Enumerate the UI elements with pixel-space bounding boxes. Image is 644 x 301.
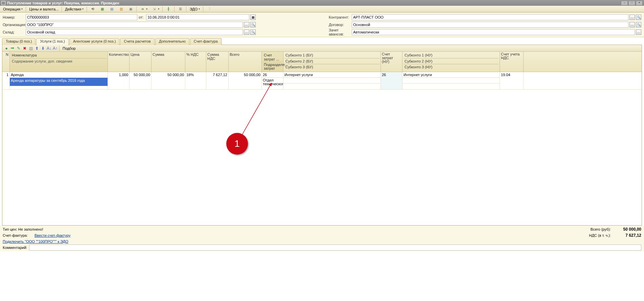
post-icon: ➜ — [140, 6, 145, 12]
delete-row-button[interactable]: ✖ — [22, 46, 27, 51]
counterparty-input[interactable]: АРТ-ПЛАСТ ООО — [352, 14, 628, 20]
help-button[interactable]: ❔ — [205, 6, 213, 12]
advances-input[interactable]: Автоматически — [352, 29, 635, 35]
tb-icon-1[interactable]: ⟲ — [88, 6, 97, 12]
maximize-button[interactable]: □ — [628, 1, 635, 5]
tab-services[interactable]: Услуги (1 поз.) — [36, 38, 68, 45]
col-vat[interactable]: % НДС — [185, 52, 206, 72]
document-icon: ▦ — [99, 6, 105, 12]
tb-icon-6[interactable]: ➜ — [138, 6, 149, 12]
report-icon: ▥ — [118, 6, 124, 12]
advances-select-button[interactable]: … — [636, 29, 641, 35]
col-qty[interactable]: Количество — [108, 52, 130, 72]
tab-additional[interactable]: Дополнительно — [155, 38, 189, 45]
magnifier-icon: 🔍 — [251, 23, 255, 26]
warehouse-select-button[interactable]: … — [244, 29, 249, 35]
col-n[interactable]: N — [2, 52, 10, 72]
cell-vatacct: 19.04 — [500, 72, 524, 89]
contract-open-button[interactable]: 🔍 — [636, 22, 641, 27]
org-input[interactable]: ООО "100ПРО" — [26, 22, 243, 28]
org-open-button[interactable]: 🔍 — [250, 22, 256, 27]
warehouse-open-button[interactable]: 🔍 — [250, 29, 256, 35]
date-input[interactable]: 10.06.2018 0:00:01 — [146, 14, 249, 20]
tb-icon-5[interactable]: ▣ — [126, 6, 135, 12]
add-row-button[interactable]: ● — [4, 46, 9, 51]
tb-icon-9[interactable]: ☰ — [176, 6, 185, 12]
edit-row-button[interactable]: ✎ — [16, 46, 21, 51]
close-button[interactable]: × — [636, 1, 643, 5]
tab-content: ● ⮕ ✎ ✖ ▤ ⬆ ⬇ A↓ A↑ Подбор N Номенклатур… — [2, 45, 642, 226]
tb-icon-2[interactable]: ▦ — [98, 6, 107, 12]
calendar-icon: ▦ — [252, 16, 255, 19]
sort-asc-button[interactable]: A↓ — [46, 46, 52, 51]
cell-sum: 50 000,00 — [152, 72, 185, 89]
col-sum[interactable]: Сумма — [152, 52, 185, 72]
tab-agent[interactable]: Агентские услуги (0 поз.) — [69, 38, 119, 45]
help-icon: ❔ — [206, 6, 212, 12]
tab-goods[interactable]: Товары (0 поз.) — [2, 38, 36, 45]
actions-menu[interactable]: Действия — [63, 6, 85, 12]
col-vatacct[interactable]: Счет учета НДС — [500, 52, 524, 72]
annotation-number: 1 — [226, 133, 248, 155]
total-label: Всего (руб): — [591, 227, 611, 231]
contract-input[interactable]: Основной — [352, 22, 628, 28]
sort-desc-button[interactable]: A↑ — [52, 46, 58, 51]
comment-input[interactable] — [29, 245, 641, 251]
prices-button[interactable]: Цены и валюта... — [27, 6, 60, 12]
magnifier-icon: 🔍 — [637, 23, 641, 26]
counterparty-label: Контрагент: — [329, 15, 350, 19]
date-picker-button[interactable]: ▦ — [250, 15, 256, 20]
edo-menu[interactable]: ЭДО — [188, 6, 202, 12]
col-cost[interactable]: Счет затрат ... Подразделе... затрат — [262, 52, 283, 72]
tab-accounts[interactable]: Счета расчетов — [120, 38, 154, 45]
grid-toolbar: ● ⮕ ✎ ✖ ▤ ⬆ ⬇ A↓ A↑ Подбор — [2, 45, 642, 52]
selection-button[interactable]: Подбор — [61, 45, 77, 51]
grid-body[interactable]: 1 Аренда Аренда аппаратуры за сентябрь 2… — [2, 72, 642, 225]
minimize-button[interactable]: – — [621, 1, 628, 5]
tb-icon-3[interactable]: ▤ — [107, 6, 116, 12]
org-select-button[interactable]: … — [244, 22, 249, 27]
counterparty-open-button[interactable]: 🔍 — [636, 15, 641, 20]
tab-strip: Товары (0 поз.) Услуги (1 поз.) Агентски… — [2, 38, 642, 45]
warehouse-input[interactable]: Основной склад — [26, 29, 243, 35]
cell-vatsum: 7 627,12 — [206, 72, 229, 89]
invoice-link[interactable]: Ввести счет-фактуру — [34, 233, 71, 237]
grid-header: N Номенклатура Содержание услуги, доп. с… — [2, 52, 642, 72]
col-sub[interactable]: Субконто 1 (БУ) Субконто 2 (БУ) Субконто… — [283, 52, 381, 72]
cell-sub: Интернет услуги — [283, 72, 381, 89]
tb-icon-8[interactable]: ╂ — [164, 6, 173, 12]
cell-nomen: Аренда Аренда аппаратуры за сентябрь 201… — [10, 72, 108, 89]
window-title: Поступление товаров и услуг: Покупка, ко… — [7, 1, 119, 5]
copy-row-button[interactable]: ▤ — [28, 46, 33, 51]
book-icon: ▤ — [109, 6, 114, 12]
col-price[interactable]: Цена — [130, 52, 152, 72]
move-down-button[interactable]: ⬇ — [40, 46, 46, 51]
operation-menu[interactable]: Операция — [1, 6, 24, 12]
table-row[interactable]: 1 Аренда Аренда аппаратуры за сентябрь 2… — [2, 72, 642, 90]
col-costn[interactable]: Счет затрат (НУ) — [381, 52, 402, 72]
tb-icon-7[interactable]: ⇲ — [150, 6, 161, 12]
col-nomen[interactable]: Номенклатура Содержание услуги, доп. све… — [10, 52, 108, 72]
cell-subn: Интернет услуги — [402, 72, 500, 89]
svg-line-0 — [238, 83, 272, 142]
list-icon: ☰ — [178, 6, 183, 12]
col-subn[interactable]: Субконто 1 (НУ) Субконто 2 (НУ) Субконто… — [402, 52, 500, 72]
structure-icon: ╂ — [166, 6, 171, 12]
tb-icon-4[interactable]: ▥ — [117, 6, 125, 12]
vat-label: НДС (в т. ч.): — [589, 233, 611, 237]
contract-select-button[interactable]: … — [629, 22, 635, 27]
number-input[interactable]: СП00000003 — [26, 14, 137, 20]
cell-n: 1 — [2, 72, 10, 89]
total-value: 50 000,00 — [611, 227, 641, 232]
magnifier-icon: 🔍 — [637, 16, 641, 19]
tab-invoice[interactable]: Счет-фактура — [190, 38, 222, 45]
col-vatsum[interactable]: Сумма НДС — [206, 52, 229, 72]
move-up-button[interactable]: ⬆ — [34, 46, 40, 51]
invoice-label: Счет-фактура: — [3, 233, 28, 237]
counterparty-select-button[interactable]: … — [629, 15, 635, 20]
vat-value: 7 627,12 — [611, 233, 641, 238]
edo-link[interactable]: Подключить "ООО ""100ПРО""" к ЭДО — [3, 239, 68, 244]
main-toolbar: Операция Цены и валюта... Действия ⟲ ▦ ▤… — [0, 6, 644, 13]
col-total[interactable]: Всего — [229, 52, 262, 72]
insert-row-button[interactable]: ⮕ — [10, 46, 15, 51]
